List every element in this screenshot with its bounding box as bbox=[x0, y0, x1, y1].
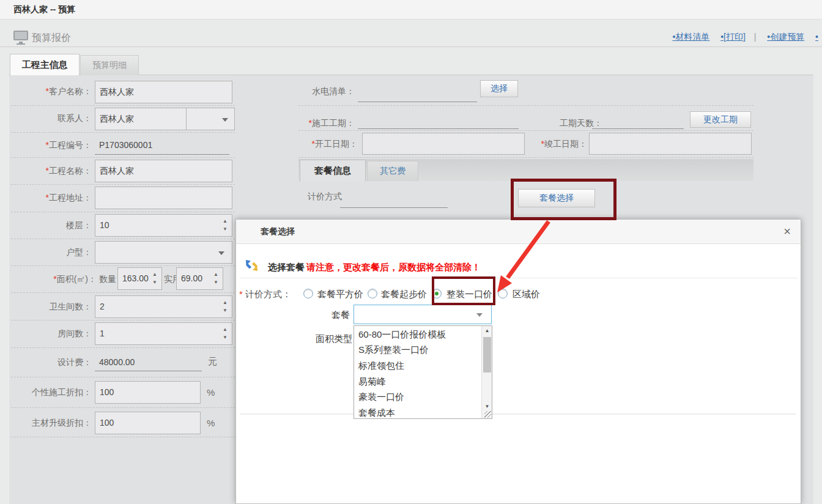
stepper-arrows[interactable]: ▲▼ bbox=[151, 270, 158, 286]
dialog-section-title: 选择套餐 bbox=[268, 262, 305, 273]
contact-label: 联系人： bbox=[12, 113, 92, 124]
plumbing-list-label: 水电清单： bbox=[269, 86, 355, 97]
customer-name-label: *客户名称： bbox=[12, 86, 92, 97]
area-qty-label: 数量 bbox=[98, 274, 116, 285]
bathrooms-label: 卫生间数： bbox=[12, 302, 92, 313]
package-dropdown[interactable] bbox=[354, 305, 492, 324]
scrollbar[interactable]: ▲ ▼ bbox=[481, 326, 492, 418]
plumbing-select-button[interactable]: 选择 bbox=[480, 80, 518, 97]
duration-input[interactable] bbox=[358, 128, 519, 129]
plumbing-list-input[interactable] bbox=[358, 102, 477, 102]
row-divider bbox=[11, 437, 235, 437]
end-date-label: *竣工日期： bbox=[526, 139, 587, 150]
resize-grip[interactable] bbox=[484, 411, 491, 418]
stepper-arrows[interactable]: ▲▼ bbox=[221, 325, 229, 341]
radio-label[interactable]: 套餐起步价 bbox=[381, 289, 427, 300]
material-discount-unit: % bbox=[207, 418, 219, 428]
package-choose-button[interactable]: 套餐选择 bbox=[518, 189, 595, 207]
pricing-method-input[interactable] bbox=[340, 207, 448, 208]
project-name-input[interactable]: 西林人家 bbox=[95, 160, 232, 182]
transfer-arrows-icon bbox=[245, 259, 259, 273]
package-select-dialog: 套餐选择 × 选择套餐 请注意，更改套餐后，原数据将全部清除！ bbox=[235, 219, 801, 504]
dialog-divider bbox=[240, 278, 798, 278]
monitor-icon bbox=[13, 31, 28, 40]
scrollbar-thumb[interactable] bbox=[483, 337, 491, 372]
scroll-down-icon[interactable]: ▼ bbox=[483, 402, 492, 411]
project-name-label: *工程名称： bbox=[12, 166, 92, 177]
area-actual-stepper[interactable]: 69.00 ▲▼ bbox=[176, 267, 223, 290]
chevron-down-icon[interactable] bbox=[222, 118, 228, 122]
scroll-up-icon[interactable]: ▲ bbox=[483, 326, 492, 335]
tab-other-fees[interactable]: 其它费 bbox=[367, 161, 418, 181]
app-window: 西林人家 -- 预算 预算报价 •材料清单 •[打印] | •创建预算 • 工程… bbox=[0, 0, 822, 504]
list-item[interactable]: 60-80一口价报价模板 bbox=[358, 329, 446, 344]
package-dropdown-list: 60-80一口价报价模板 S系列整装一口价 标准领包住 易菊峰 豪装一口价 套餐… bbox=[354, 325, 492, 419]
radio-package-starting-price[interactable] bbox=[368, 289, 377, 298]
list-item[interactable]: 易菊峰 bbox=[358, 376, 386, 391]
construction-discount-input[interactable]: 100 bbox=[95, 381, 201, 404]
bathrooms-stepper[interactable]: 2 ▲▼ bbox=[95, 295, 232, 318]
chevron-down-icon[interactable] bbox=[218, 251, 224, 255]
print-link[interactable]: •[打印] bbox=[720, 32, 746, 42]
dialog-title: 套餐选择 bbox=[261, 226, 295, 237]
rooms-stepper[interactable]: 1 ▲▼ bbox=[95, 322, 232, 345]
dialog-bottom-divider bbox=[240, 413, 796, 415]
chevron-down-icon[interactable] bbox=[476, 313, 483, 317]
radio-package-sqm-price[interactable] bbox=[303, 289, 313, 298]
material-discount-input[interactable]: 100 bbox=[95, 412, 201, 434]
radio-label[interactable]: 整装一口价 bbox=[446, 289, 492, 300]
row-divider bbox=[11, 105, 235, 106]
area-label: *面积(㎡)： bbox=[12, 274, 97, 285]
list-item[interactable]: 套餐成本 bbox=[358, 407, 395, 423]
create-budget-link[interactable]: •创建预算 bbox=[767, 32, 804, 42]
start-date-input[interactable] bbox=[362, 133, 525, 155]
row-divider bbox=[298, 105, 754, 106]
tab-budget-detail[interactable]: 预算明细 bbox=[80, 55, 139, 75]
project-no-label: *工程编号： bbox=[12, 140, 92, 151]
tab-project-main-info[interactable]: 工程主信息 bbox=[10, 54, 80, 75]
window-title: 西林人家 -- 预算 bbox=[13, 4, 75, 15]
construction-discount-unit: % bbox=[207, 387, 219, 398]
end-date-input[interactable] bbox=[589, 133, 752, 155]
more-link-partial[interactable]: • bbox=[815, 32, 818, 42]
project-address-input[interactable] bbox=[95, 187, 232, 209]
duration-label: *施工工期： bbox=[269, 118, 355, 129]
row-divider bbox=[11, 157, 235, 158]
materials-list-link[interactable]: •材料清单 bbox=[672, 32, 709, 42]
contact-select[interactable] bbox=[186, 108, 235, 130]
stepper-arrows[interactable]: ▲▼ bbox=[212, 270, 220, 286]
radio-area-price[interactable] bbox=[498, 289, 508, 298]
row-divider bbox=[11, 292, 235, 293]
contact-input[interactable]: 西林人家 bbox=[95, 108, 187, 130]
material-discount-label: 主材升级折扣： bbox=[12, 418, 92, 429]
radio-label[interactable]: 套餐平方价 bbox=[317, 289, 363, 300]
construction-discount-label: 个性施工折扣： bbox=[12, 387, 92, 398]
package-label: 套餐 bbox=[330, 309, 350, 321]
list-item[interactable]: 豪装一口价 bbox=[358, 391, 404, 407]
floor-stepper[interactable]: 10 ▲▼ bbox=[95, 214, 232, 237]
page-title: 预算报价 bbox=[32, 32, 71, 45]
stepper-arrows[interactable]: ▲▼ bbox=[221, 217, 229, 233]
change-duration-button[interactable]: 更改工期 bbox=[690, 111, 751, 128]
row-divider bbox=[11, 320, 235, 321]
row-divider bbox=[298, 130, 754, 131]
list-item[interactable]: S系列整装一口价 bbox=[358, 344, 429, 360]
customer-name-input[interactable]: 西林人家 bbox=[95, 81, 232, 103]
project-no-value: P1703060001 bbox=[99, 140, 152, 150]
list-item[interactable]: 标准领包住 bbox=[358, 360, 404, 376]
house-type-label: 户型： bbox=[12, 247, 92, 258]
house-type-select[interactable] bbox=[95, 241, 232, 264]
row-divider bbox=[11, 377, 235, 377]
tab-package-info[interactable]: 套餐信息 bbox=[300, 160, 366, 182]
pricing-method-label: 计价方式 bbox=[308, 191, 342, 202]
rooms-label: 房间数： bbox=[12, 328, 92, 339]
row-divider bbox=[11, 347, 235, 348]
radio-whole-package-price[interactable] bbox=[432, 289, 442, 298]
close-icon[interactable]: × bbox=[783, 224, 791, 239]
row-divider bbox=[298, 157, 754, 158]
row-divider bbox=[11, 265, 235, 266]
duration-days-input[interactable] bbox=[592, 128, 684, 129]
radio-label[interactable]: 区域价 bbox=[513, 289, 540, 300]
stepper-arrows[interactable]: ▲▼ bbox=[221, 298, 229, 314]
area-qty-stepper[interactable]: 163.00 ▲▼ bbox=[117, 267, 162, 290]
